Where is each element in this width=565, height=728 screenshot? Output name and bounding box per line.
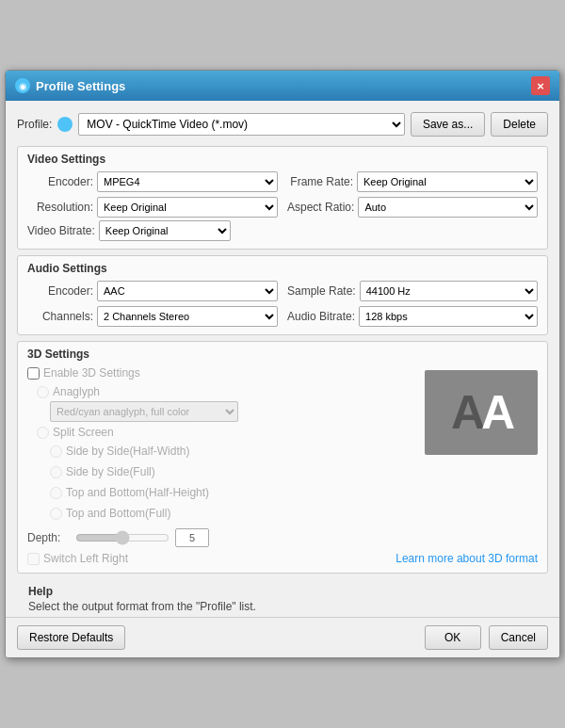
3d-settings-title: 3D Settings (27, 348, 538, 361)
depth-slider[interactable] (75, 530, 170, 545)
delete-button[interactable]: Delete (491, 112, 548, 137)
profile-icon (57, 117, 73, 132)
depth-row: Depth: (27, 528, 538, 547)
aspect-ratio-label: Aspect Ratio: (287, 201, 354, 214)
video-bitrate-label: Video Bitrate: (27, 224, 95, 237)
switch-left-right-container: Switch Left Right (27, 552, 128, 565)
profile-select[interactable]: MOV - QuickTime Video (*.mov) (78, 113, 405, 136)
3d-preview-box: AA (425, 370, 538, 455)
switch-row: Switch Left Right Learn more about 3D fo… (27, 552, 538, 565)
side-by-side-full-radio[interactable] (50, 466, 62, 478)
top-bottom-half-radio[interactable] (50, 487, 62, 499)
preview-aa: AA (451, 385, 511, 440)
audio-settings-title: Audio Settings (27, 262, 538, 275)
frame-rate-label: Frame Rate: (287, 175, 353, 188)
restore-defaults-button[interactable]: Restore Defaults (17, 625, 125, 650)
save-as-button[interactable]: Save as... (411, 112, 485, 137)
aspect-ratio-select[interactable]: Auto (358, 197, 538, 218)
top-bottom-half-row: Top and Bottom(Half-Height) (50, 486, 538, 499)
dialog-body: Profile: MOV - QuickTime Video (*.mov) S… (6, 101, 559, 617)
channels-row: Channels: 2 Channels Stereo (27, 306, 278, 327)
video-bitrate-row: Video Bitrate: Keep Original (27, 220, 538, 241)
video-settings-section: Video Settings Encoder: MPEG4 Frame Rate… (17, 146, 548, 250)
side-by-side-full-label: Side by Side(Full) (66, 465, 155, 478)
anaglyph-label[interactable]: Anaglyph (53, 385, 100, 398)
top-bottom-full-row: Top and Bottom(Full) (50, 507, 538, 520)
channels-label: Channels: (27, 310, 93, 323)
help-title: Help (28, 585, 537, 598)
encoder-select[interactable]: MPEG4 (97, 171, 278, 192)
3d-settings-section: 3D Settings AA Enable 3D Settings Anagly… (17, 341, 548, 574)
resolution-label: Resolution: (27, 201, 93, 214)
audio-settings-section: Audio Settings Encoder: AAC Sample Rate:… (17, 255, 548, 335)
resolution-select[interactable]: Keep Original (97, 197, 278, 218)
learn-more-link[interactable]: Learn more about 3D format (396, 552, 538, 565)
profile-row: Profile: MOV - QuickTime Video (*.mov) S… (17, 108, 548, 140)
switch-left-right-checkbox[interactable] (27, 553, 40, 565)
audio-bitrate-select[interactable]: 128 kbps (359, 306, 538, 327)
audio-bitrate-row: Audio Bitrate: 128 kbps (287, 306, 538, 327)
depth-label: Depth: (27, 531, 70, 544)
side-by-side-half-radio[interactable] (50, 445, 62, 458)
top-bottom-full-radio[interactable] (50, 508, 62, 520)
footer-right: OK Cancel (425, 625, 548, 650)
close-button[interactable]: × (531, 76, 550, 95)
sample-rate-select[interactable]: 44100 Hz (360, 281, 538, 301)
channels-select[interactable]: 2 Channels Stereo (97, 306, 278, 327)
top-bottom-full-label: Top and Bottom(Full) (66, 507, 170, 520)
audio-encoder-label: Encoder: (27, 284, 93, 298)
anaglyph-type-select[interactable]: Red/cyan anaglyph, full color (50, 401, 238, 422)
side-by-side-half-label: Side by Side(Half-Width) (66, 445, 189, 458)
profile-label: Profile: (17, 118, 52, 131)
sample-rate-row: Sample Rate: 44100 Hz (287, 281, 538, 301)
sample-rate-label: Sample Rate: (287, 284, 356, 298)
switch-left-right-label: Switch Left Right (43, 552, 128, 565)
top-bottom-half-label: Top and Bottom(Half-Height) (66, 486, 209, 499)
help-text: Select the output format from the "Profi… (28, 600, 537, 613)
split-screen-label[interactable]: Split Screen (53, 426, 114, 439)
aspect-ratio-row: Aspect Ratio: Auto (287, 197, 538, 218)
enable-3d-label[interactable]: Enable 3D Settings (43, 366, 140, 380)
split-screen-radio[interactable] (37, 427, 49, 439)
app-icon: ◉ (15, 78, 30, 93)
video-bitrate-select[interactable]: Keep Original (99, 220, 231, 241)
anaglyph-radio[interactable] (37, 386, 49, 398)
cancel-button[interactable]: Cancel (489, 625, 548, 650)
footer: Restore Defaults OK Cancel (6, 617, 559, 657)
encoder-label: Encoder: (27, 175, 93, 188)
video-settings-title: Video Settings (27, 153, 538, 166)
ok-button[interactable]: OK (425, 625, 481, 650)
side-by-side-full-row: Side by Side(Full) (50, 465, 538, 478)
resolution-row: Resolution: Keep Original (27, 197, 278, 218)
enable-3d-checkbox[interactable] (27, 367, 40, 380)
help-section: Help Select the output format from the "… (17, 579, 548, 617)
title-bar: ◉ Profile Settings × (6, 71, 559, 101)
audio-encoder-row: Encoder: AAC (27, 281, 278, 301)
encoder-row: Encoder: MPEG4 (27, 171, 278, 192)
audio-bitrate-label: Audio Bitrate: (287, 310, 355, 323)
dialog-title: Profile Settings (36, 79, 531, 93)
depth-value-input[interactable] (175, 528, 209, 547)
frame-rate-select[interactable]: Keep Original (357, 171, 538, 192)
audio-encoder-select[interactable]: AAC (97, 281, 278, 301)
frame-rate-row: Frame Rate: Keep Original (287, 171, 538, 192)
